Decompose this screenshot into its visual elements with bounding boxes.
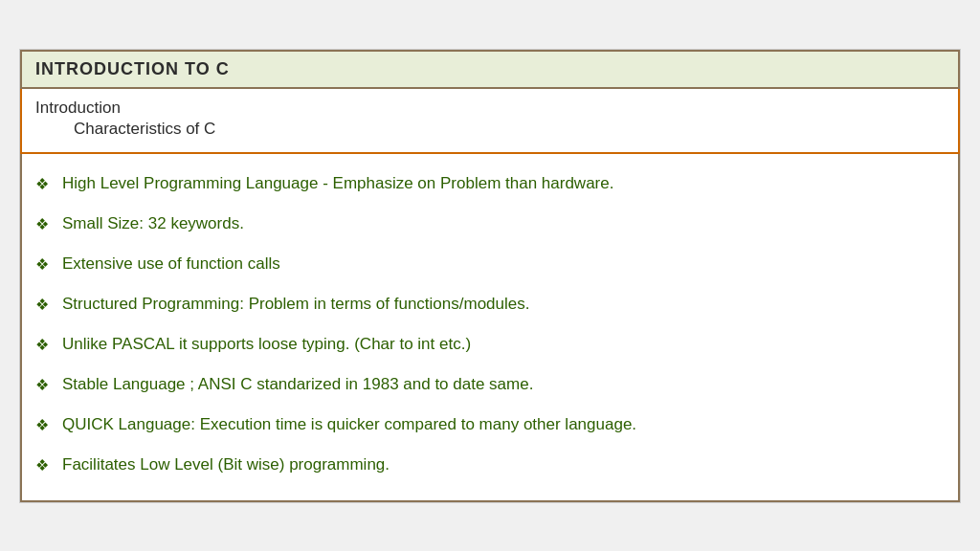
bullet-text: Facilitates Low Level (Bit wise) program… <box>62 452 390 477</box>
diamond-icon: ❖ <box>35 173 49 196</box>
bullet-text: QUICK Language: Execution time is quicke… <box>62 412 636 437</box>
list-item: ❖QUICK Language: Execution time is quick… <box>35 412 945 437</box>
list-item: ❖Extensive use of function calls <box>35 252 945 276</box>
breadcrumb-main: Introduction <box>35 99 945 118</box>
list-item: ❖Unlike PASCAL it supports loose typing.… <box>35 332 945 357</box>
diamond-icon: ❖ <box>35 294 49 317</box>
bullet-text: Stable Language ; ANSI C standarized in … <box>62 372 533 397</box>
list-item: ❖Facilitates Low Level (Bit wise) progra… <box>35 452 945 477</box>
diamond-icon: ❖ <box>35 374 49 397</box>
slide-container: INTRODUCTION TO C Introduction Character… <box>19 49 961 503</box>
breadcrumb-sub: Characteristics of C <box>35 120 945 139</box>
bullet-text: Small Size: 32 keywords. <box>62 211 244 236</box>
bullet-text: Unlike PASCAL it supports loose typing. … <box>62 332 471 357</box>
diamond-icon: ❖ <box>35 334 49 357</box>
bullet-text: Structured Programming: Problem in terms… <box>62 292 529 317</box>
bullet-text: High Level Programming Language - Emphas… <box>62 171 613 196</box>
bullet-text: Extensive use of function calls <box>62 252 280 276</box>
slide-title: INTRODUCTION TO C <box>35 59 230 78</box>
breadcrumb: Introduction Characteristics of C <box>20 89 960 154</box>
diamond-icon: ❖ <box>35 454 49 477</box>
list-item: ❖Stable Language ; ANSI C standarized in… <box>35 372 945 397</box>
slide-header: INTRODUCTION TO C <box>20 50 960 89</box>
slide-content: ❖High Level Programming Language - Empha… <box>20 154 960 502</box>
list-item: ❖Small Size: 32 keywords. <box>35 211 945 236</box>
diamond-icon: ❖ <box>35 414 49 437</box>
diamond-icon: ❖ <box>35 253 49 276</box>
list-item: ❖High Level Programming Language - Empha… <box>35 171 945 196</box>
diamond-icon: ❖ <box>35 213 49 236</box>
list-item: ❖Structured Programming: Problem in term… <box>35 292 945 317</box>
bullet-list: ❖High Level Programming Language - Empha… <box>35 171 945 477</box>
